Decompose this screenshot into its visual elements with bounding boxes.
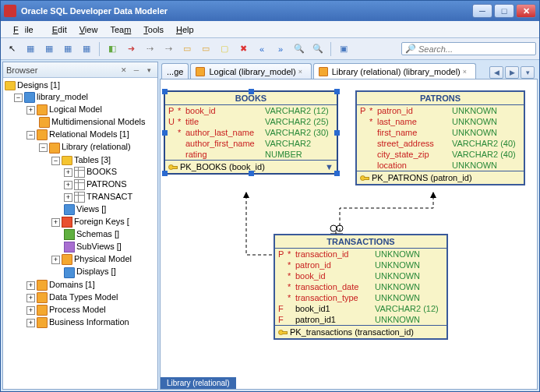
menu-edit[interactable]: Edit <box>46 23 73 36</box>
menu-view[interactable]: View <box>73 23 104 36</box>
cube-icon <box>37 104 48 115</box>
entity-books[interactable]: BOOKS P*book_idVARCHAR2 (12)U*titleVARCH… <box>164 90 338 175</box>
cube-icon <box>37 305 48 316</box>
expand-icon[interactable]: + <box>64 181 72 189</box>
cube-icon <box>37 292 48 303</box>
search-input[interactable] <box>418 44 532 54</box>
browser-minimize-icon[interactable]: ─ <box>131 65 142 76</box>
fkey-icon <box>62 217 72 228</box>
maximize-button[interactable]: □ <box>494 4 514 18</box>
tree-displays[interactable]: Displays [] <box>5 266 156 278</box>
grid3-icon[interactable]: ▦ <box>60 41 76 57</box>
tree-multi[interactable]: Multidimensional Models <box>5 116 156 129</box>
expand-icon[interactable]: + <box>26 319 35 327</box>
search-box[interactable]: 🔎 <box>401 42 536 55</box>
menu-team[interactable]: Team <box>104 23 137 36</box>
titlebar[interactable]: Oracle SQL Developer Data Modeler ─ □ ✕ <box>1 1 539 21</box>
subview-icon <box>64 242 75 253</box>
entity-transactions[interactable]: TRANSACTIONS P*transaction_idUNKNOWN*pat… <box>274 234 448 340</box>
collapse-icon[interactable]: − <box>14 94 23 102</box>
canvas-tab[interactable]: Library (relational) <box>161 377 236 389</box>
tree-tables[interactable]: −Tables [3] <box>5 154 156 166</box>
tree-library[interactable]: −Library (relational) <box>5 141 156 154</box>
grid2-icon[interactable]: ▦ <box>41 41 57 57</box>
column-row: P*transaction_idUNKNOWN <box>275 249 446 260</box>
column-row: street_addressVARCHAR2 (40) <box>357 138 524 149</box>
cube-icon <box>196 67 205 76</box>
tree-books[interactable]: +BOOKS <box>5 166 156 178</box>
tree-transact[interactable]: +TRANSACT <box>5 191 156 203</box>
grid1-icon[interactable]: ▦ <box>23 41 38 57</box>
tab-next-button[interactable]: ▶ <box>505 66 519 79</box>
expand-icon[interactable]: + <box>51 218 60 227</box>
collapse-icon[interactable]: − <box>51 157 60 165</box>
grid4-icon[interactable]: ▦ <box>79 41 94 57</box>
window-title: Oracle SQL Developer Data Modeler <box>21 6 471 16</box>
tab-logical[interactable]: Logical (library_model)× <box>190 63 311 79</box>
table-icon <box>74 179 85 190</box>
link2-icon[interactable]: ⇢ <box>161 41 176 57</box>
expand-icon[interactable]: + <box>26 281 35 290</box>
entity-pk: PK_transactions (transaction_id) <box>275 325 446 338</box>
minimize-button[interactable]: ─ <box>472 4 492 18</box>
close-button[interactable]: ✕ <box>516 4 536 18</box>
tab-list-button[interactable]: ▾ <box>521 66 535 79</box>
column-row: locationUNKNOWN <box>357 160 524 171</box>
diagram-icon[interactable]: ◧ <box>104 41 120 57</box>
rewind-icon[interactable]: « <box>254 41 270 57</box>
svg-point-1 <box>337 225 343 231</box>
collapse-icon[interactable]: − <box>39 143 48 152</box>
fit-icon[interactable]: ▣ <box>336 41 351 57</box>
key-icon <box>360 175 369 181</box>
expand-icon[interactable]: + <box>26 106 35 115</box>
tree-views[interactable]: Views [] <box>5 203 156 216</box>
link1-icon[interactable]: ⇢ <box>142 41 157 57</box>
cube-icon <box>49 143 60 154</box>
arrow-icon[interactable]: ➜ <box>123 41 139 57</box>
expand-icon[interactable]: + <box>64 193 72 202</box>
box1-icon[interactable]: ▭ <box>179 41 195 57</box>
tree-designs[interactable]: Designs [1] <box>5 79 156 91</box>
delete-icon[interactable]: ✖ <box>235 41 251 57</box>
close-icon[interactable]: × <box>463 68 471 76</box>
tab-1[interactable]: ...ge <box>161 63 189 79</box>
expand-icon[interactable]: + <box>26 306 35 315</box>
close-icon[interactable]: × <box>298 68 306 76</box>
column-row: first_nameUNKNOWN <box>357 127 524 138</box>
tree-patrons[interactable]: +PATRONS <box>5 178 156 191</box>
tree-logical[interactable]: +Logical Model <box>5 104 156 116</box>
box2-icon[interactable]: ▭ <box>198 41 214 57</box>
menu-help[interactable]: Help <box>170 23 200 36</box>
note-icon[interactable]: ▢ <box>217 41 232 57</box>
zoom-in-icon[interactable]: 🔍 <box>291 41 307 57</box>
tree-datatypes[interactable]: +Data Types Model <box>5 291 156 304</box>
tree-subviews[interactable]: SubViews [] <box>5 241 156 253</box>
zoom-out-icon[interactable]: 🔍 <box>310 41 326 57</box>
tree-relational[interactable]: −Relational Models [1] <box>5 129 156 141</box>
tree-process[interactable]: +Process Model <box>5 304 156 316</box>
entity-patrons[interactable]: PATRONS P*patron_idUNKNOWN*last_nameUNKN… <box>355 90 525 185</box>
menu-tools[interactable]: Tools <box>137 23 170 36</box>
pointer-icon[interactable]: ↖ <box>4 41 19 57</box>
tree-fkeys[interactable]: +Foreign Keys [ <box>5 216 156 228</box>
tree-domains[interactable]: +Domains [1] <box>5 279 156 291</box>
forward-icon[interactable]: » <box>273 41 288 57</box>
tree-physical[interactable]: +Physical Model <box>5 253 156 266</box>
browser-menu-icon[interactable]: ▾ <box>143 65 154 76</box>
collapse-icon[interactable]: − <box>26 131 35 139</box>
expand-icon[interactable]: + <box>51 256 60 264</box>
tree-schemas[interactable]: Schemas [] <box>5 228 156 241</box>
tree-business[interactable]: +Business Information <box>5 316 156 329</box>
browser-close-icon[interactable]: ✕ <box>118 65 129 76</box>
tab-prev-button[interactable]: ◀ <box>489 66 503 79</box>
cube-icon <box>37 280 48 291</box>
expand-icon[interactable]: + <box>26 294 35 302</box>
diagram-canvas[interactable]: BOOKS P*book_idVARCHAR2 (12)U*titleVARCH… <box>160 79 538 390</box>
search-icon: 🔎 <box>405 44 416 54</box>
tree[interactable]: Designs [1] −library_model +Logical Mode… <box>3 78 157 389</box>
tab-library[interactable]: Library (relational) (library_model)× <box>313 63 476 79</box>
schema-icon <box>64 229 75 240</box>
expand-icon[interactable]: + <box>64 168 72 177</box>
menu-file[interactable]: File <box>7 23 46 36</box>
tree-model[interactable]: −library_model <box>5 91 156 104</box>
